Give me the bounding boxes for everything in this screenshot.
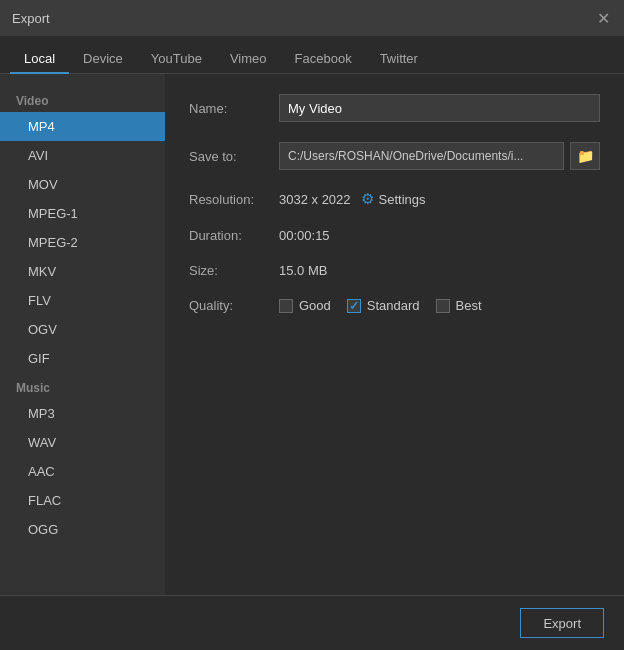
folder-icon: 📁 <box>577 148 594 164</box>
tab-vimeo[interactable]: Vimeo <box>216 45 281 74</box>
sidebar-item-mp4[interactable]: MP4 <box>0 112 165 141</box>
sidebar-item-gif[interactable]: GIF <box>0 344 165 373</box>
tab-bar: Local Device YouTube Vimeo Facebook Twit… <box>0 36 624 74</box>
tab-local[interactable]: Local <box>10 45 69 74</box>
quality-standard-checkbox[interactable]: ✓ <box>347 299 361 313</box>
gear-icon: ⚙ <box>361 190 374 208</box>
save-to-label: Save to: <box>189 149 279 164</box>
checkmark-icon: ✓ <box>349 299 359 313</box>
quality-row: Quality: Good ✓ Standard Best <box>189 298 600 313</box>
save-to-row: Save to: 📁 <box>189 142 600 170</box>
quality-standard-label: Standard <box>367 298 420 313</box>
tab-facebook[interactable]: Facebook <box>281 45 366 74</box>
resolution-value: 3032 x 2022 <box>279 192 351 207</box>
settings-button[interactable]: ⚙ Settings <box>361 190 426 208</box>
resolution-label: Resolution: <box>189 192 279 207</box>
resolution-row: Resolution: 3032 x 2022 ⚙ Settings <box>189 190 600 208</box>
sidebar: Video MP4 AVI MOV MPEG-1 MPEG-2 MKV FLV … <box>0 74 165 595</box>
tab-device[interactable]: Device <box>69 45 137 74</box>
sidebar-section-music: Music <box>0 373 165 399</box>
sidebar-item-mkv[interactable]: MKV <box>0 257 165 286</box>
quality-best-label: Best <box>456 298 482 313</box>
resolution-content: 3032 x 2022 ⚙ Settings <box>279 190 600 208</box>
size-label: Size: <box>189 263 279 278</box>
quality-standard[interactable]: ✓ Standard <box>347 298 420 313</box>
sidebar-item-mpeg2[interactable]: MPEG-2 <box>0 228 165 257</box>
tab-twitter[interactable]: Twitter <box>366 45 432 74</box>
footer: Export <box>0 595 624 650</box>
sidebar-item-ogg[interactable]: OGG <box>0 515 165 544</box>
quality-best[interactable]: Best <box>436 298 482 313</box>
title-bar: Export ✕ <box>0 0 624 36</box>
duration-label: Duration: <box>189 228 279 243</box>
quality-good-checkbox[interactable] <box>279 299 293 313</box>
size-value: 15.0 MB <box>279 263 600 278</box>
sidebar-item-mov[interactable]: MOV <box>0 170 165 199</box>
name-label: Name: <box>189 101 279 116</box>
browse-folder-button[interactable]: 📁 <box>570 142 600 170</box>
duration-value: 00:00:15 <box>279 228 600 243</box>
export-window: Export ✕ Local Device YouTube Vimeo Face… <box>0 0 624 650</box>
duration-row: Duration: 00:00:15 <box>189 228 600 243</box>
main-panel: Name: Save to: 📁 Resolution: 3032 x 2022 <box>165 74 624 595</box>
close-button[interactable]: ✕ <box>594 9 612 27</box>
sidebar-item-mp3[interactable]: MP3 <box>0 399 165 428</box>
name-input[interactable] <box>279 94 600 122</box>
sidebar-item-mpeg1[interactable]: MPEG-1 <box>0 199 165 228</box>
sidebar-item-ogv[interactable]: OGV <box>0 315 165 344</box>
sidebar-item-flv[interactable]: FLV <box>0 286 165 315</box>
quality-label: Quality: <box>189 298 279 313</box>
quality-good[interactable]: Good <box>279 298 331 313</box>
window-title: Export <box>12 11 50 26</box>
sidebar-section-video: Video <box>0 86 165 112</box>
quality-options: Good ✓ Standard Best <box>279 298 600 313</box>
sidebar-item-flac[interactable]: FLAC <box>0 486 165 515</box>
save-to-input-group: 📁 <box>279 142 600 170</box>
export-button[interactable]: Export <box>520 608 604 638</box>
main-content: Video MP4 AVI MOV MPEG-1 MPEG-2 MKV FLV … <box>0 74 624 595</box>
size-row: Size: 15.0 MB <box>189 263 600 278</box>
tab-youtube[interactable]: YouTube <box>137 45 216 74</box>
settings-label: Settings <box>379 192 426 207</box>
save-to-input[interactable] <box>279 142 564 170</box>
quality-best-checkbox[interactable] <box>436 299 450 313</box>
sidebar-item-avi[interactable]: AVI <box>0 141 165 170</box>
quality-good-label: Good <box>299 298 331 313</box>
name-row: Name: <box>189 94 600 122</box>
sidebar-item-wav[interactable]: WAV <box>0 428 165 457</box>
sidebar-item-aac[interactable]: AAC <box>0 457 165 486</box>
